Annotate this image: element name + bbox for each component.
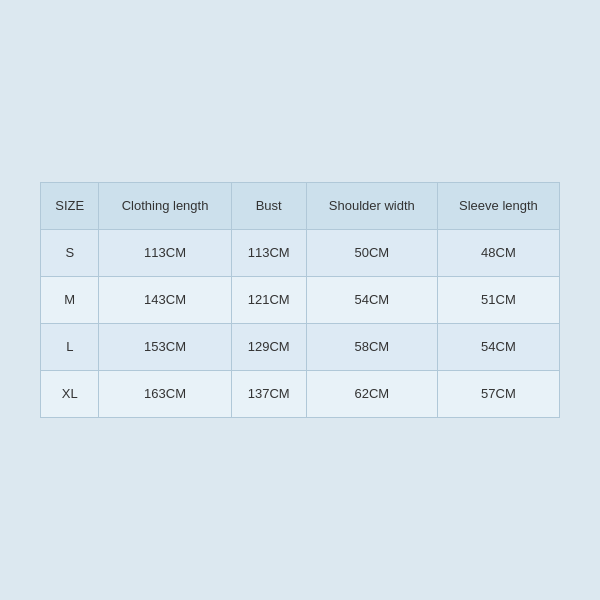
- header-sleeve-length: Sleeve length: [437, 182, 559, 229]
- cell-shoulder_width: 50CM: [306, 229, 437, 276]
- cell-shoulder_width: 58CM: [306, 324, 437, 371]
- cell-size: S: [41, 229, 99, 276]
- cell-clothing_length: 143CM: [99, 276, 231, 323]
- cell-size: L: [41, 324, 99, 371]
- header-bust: Bust: [231, 182, 306, 229]
- cell-bust: 137CM: [231, 371, 306, 418]
- cell-bust: 113CM: [231, 229, 306, 276]
- cell-size: XL: [41, 371, 99, 418]
- cell-sleeve_length: 57CM: [437, 371, 559, 418]
- table-row: S113CM113CM50CM48CM: [41, 229, 560, 276]
- size-chart-container: SIZE Clothing length Bust Shoulder width…: [30, 172, 570, 429]
- cell-size: M: [41, 276, 99, 323]
- size-chart-table: SIZE Clothing length Bust Shoulder width…: [40, 182, 560, 419]
- cell-sleeve_length: 48CM: [437, 229, 559, 276]
- table-row: XL163CM137CM62CM57CM: [41, 371, 560, 418]
- cell-bust: 129CM: [231, 324, 306, 371]
- table-header-row: SIZE Clothing length Bust Shoulder width…: [41, 182, 560, 229]
- cell-shoulder_width: 54CM: [306, 276, 437, 323]
- cell-clothing_length: 163CM: [99, 371, 231, 418]
- header-clothing-length: Clothing length: [99, 182, 231, 229]
- cell-clothing_length: 153CM: [99, 324, 231, 371]
- header-shoulder-width: Shoulder width: [306, 182, 437, 229]
- cell-shoulder_width: 62CM: [306, 371, 437, 418]
- cell-sleeve_length: 51CM: [437, 276, 559, 323]
- header-size: SIZE: [41, 182, 99, 229]
- table-row: M143CM121CM54CM51CM: [41, 276, 560, 323]
- table-row: L153CM129CM58CM54CM: [41, 324, 560, 371]
- cell-sleeve_length: 54CM: [437, 324, 559, 371]
- cell-clothing_length: 113CM: [99, 229, 231, 276]
- cell-bust: 121CM: [231, 276, 306, 323]
